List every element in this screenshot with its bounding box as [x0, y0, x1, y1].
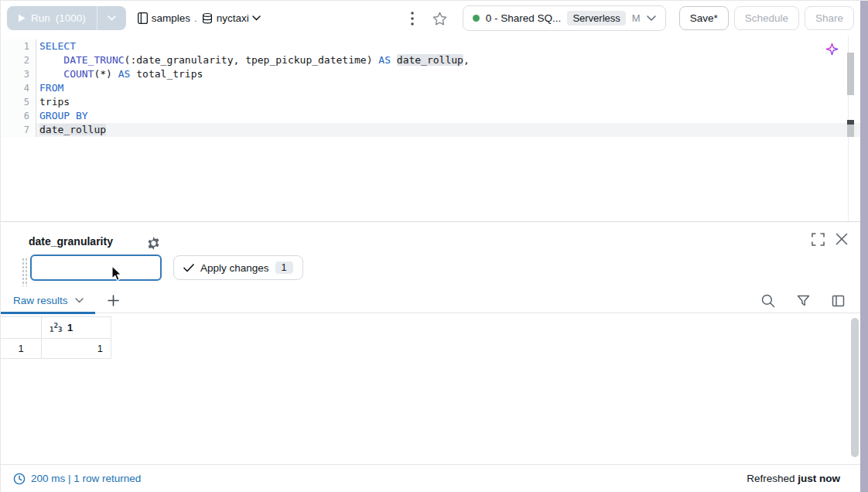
parameter-value-input[interactable]: [30, 255, 162, 281]
sparkle-icon: [825, 43, 839, 56]
breadcrumb-catalog[interactable]: samples: [137, 12, 190, 25]
save-button[interactable]: Save*: [679, 6, 729, 30]
catalog-icon: [137, 12, 149, 25]
value-cell: 1: [42, 339, 111, 359]
check-icon: [183, 264, 194, 272]
code-line[interactable]: 3 COUNT(*) AS total_trips: [1, 67, 860, 81]
run-limit: (1000): [56, 12, 86, 24]
code-lines: 1 SELECT 2 DATE_TRUNC(:date_granularity,…: [1, 36, 860, 137]
favorite-button[interactable]: [430, 9, 450, 29]
run-label: Run: [31, 12, 50, 24]
share-button[interactable]: Share: [805, 6, 854, 30]
breadcrumb-separator: .: [194, 12, 197, 24]
chevron-down-icon: [75, 298, 84, 303]
results-tabbar: Raw results: [1, 288, 860, 313]
parameter-settings-button[interactable]: [143, 233, 163, 253]
highlighted-occurrence: date_rollup: [397, 54, 463, 66]
code-line[interactable]: 2 DATE_TRUNC(:date_granularity, tpep_pic…: [1, 53, 860, 67]
toggle-panel-button[interactable]: [828, 291, 848, 311]
execution-status[interactable]: 200 ms | 1 row returned: [13, 473, 141, 485]
table-row[interactable]: 1 1: [1, 339, 111, 359]
line-number: 7: [1, 123, 36, 137]
table-header-row: 123 1: [1, 316, 111, 339]
highlighted-occurrence: date_rollup: [39, 124, 106, 135]
apply-changes-button[interactable]: Apply changes 1: [173, 255, 303, 280]
chevron-down-icon: [647, 15, 656, 22]
results-table: 123 1 1 1: [1, 316, 111, 359]
results-panel: date_granularity Apply changes 1 Raw res…: [1, 221, 860, 492]
tab-raw-results[interactable]: Raw results: [1, 288, 97, 313]
parameter-name-label: date_granularity: [29, 235, 113, 248]
expand-results-button[interactable]: [808, 229, 828, 249]
code-line[interactable]: 5 trips: [1, 95, 860, 109]
kebab-icon: [411, 12, 414, 26]
warehouse-name: 0 - Shared SQ...: [486, 12, 562, 24]
add-visualization-button[interactable]: [104, 290, 124, 310]
results-scrollbar-thumb[interactable]: [851, 318, 859, 457]
svg-text:3: 3: [58, 326, 63, 333]
sql-editor-window: Run (1000) samples . nyctaxi: [0, 0, 868, 492]
code-line-current[interactable]: 7 date_rollup: [1, 123, 860, 137]
tab-label: Raw results: [13, 295, 68, 306]
warehouse-status-dot: [473, 15, 480, 22]
chevron-down-icon: [108, 15, 116, 21]
filter-icon: [797, 295, 810, 307]
clock-icon: [13, 473, 26, 485]
apply-count-badge: 1: [275, 261, 293, 274]
code-line[interactable]: 1 SELECT: [1, 39, 860, 53]
results-footer: 200 ms | 1 row returned Refreshed just n…: [1, 464, 860, 492]
schedule-button[interactable]: Schedule: [734, 6, 799, 30]
run-button[interactable]: Run (1000): [7, 6, 126, 30]
apply-changes-label: Apply changes: [200, 262, 269, 274]
column-header[interactable]: 123 1: [42, 316, 111, 339]
refreshed-time: just now: [798, 473, 840, 484]
editor-scrollbar-track[interactable]: [848, 36, 858, 221]
sql-code-editor[interactable]: 1 SELECT 2 DATE_TRUNC(:date_granularity,…: [1, 36, 860, 221]
code-line[interactable]: 6 GROUP BY: [1, 109, 860, 123]
search-icon: [761, 294, 775, 308]
editor-scrollbar-thumb[interactable]: [847, 53, 854, 95]
database-icon: [201, 12, 214, 25]
close-icon: [836, 233, 848, 245]
execution-status-text: 200 ms | 1 row returned: [31, 473, 141, 484]
gear-icon: [146, 236, 161, 251]
plus-icon: [108, 295, 119, 306]
active-tab-underline: [1, 312, 95, 314]
close-results-button[interactable]: [832, 229, 852, 249]
chevron-down-icon: [252, 15, 261, 21]
breadcrumb: samples . nyctaxi: [137, 12, 261, 25]
play-icon: [18, 14, 26, 22]
line-number: 1: [1, 39, 36, 53]
more-actions-button[interactable]: [402, 9, 422, 29]
warehouse-serverless-badge: Serverless: [567, 11, 625, 26]
line-number: 5: [1, 95, 36, 109]
search-results-button[interactable]: [758, 291, 778, 311]
filter-results-button[interactable]: [793, 291, 813, 311]
row-number-header: [1, 316, 42, 339]
warehouse-size: M: [632, 12, 641, 24]
line-number: 2: [1, 53, 36, 67]
line-number: 6: [1, 109, 36, 123]
run-options-caret[interactable]: [97, 15, 126, 21]
warehouse-selector[interactable]: 0 - Shared SQ... Serverless M: [463, 5, 666, 31]
fullscreen-icon: [812, 233, 825, 246]
page-scrollbar[interactable]: [860, 1, 868, 492]
layout-panel-icon: [832, 295, 845, 307]
line-number: 3: [1, 67, 36, 81]
toolbar: Run (1000) samples . nyctaxi: [1, 1, 860, 36]
line-number: 4: [1, 81, 36, 95]
star-icon: [432, 12, 447, 26]
row-number-cell: 1: [1, 339, 42, 359]
parameter-drag-handle[interactable]: [22, 258, 28, 286]
editor-scrollbar-thumb-lower[interactable]: [847, 125, 854, 137]
number-type-icon: 123: [50, 323, 63, 333]
refreshed-status: Refreshed just now: [747, 473, 840, 484]
assistant-button[interactable]: [825, 43, 839, 58]
code-line[interactable]: 4 FROM: [1, 81, 860, 95]
breadcrumb-schema[interactable]: nyctaxi: [201, 12, 261, 25]
